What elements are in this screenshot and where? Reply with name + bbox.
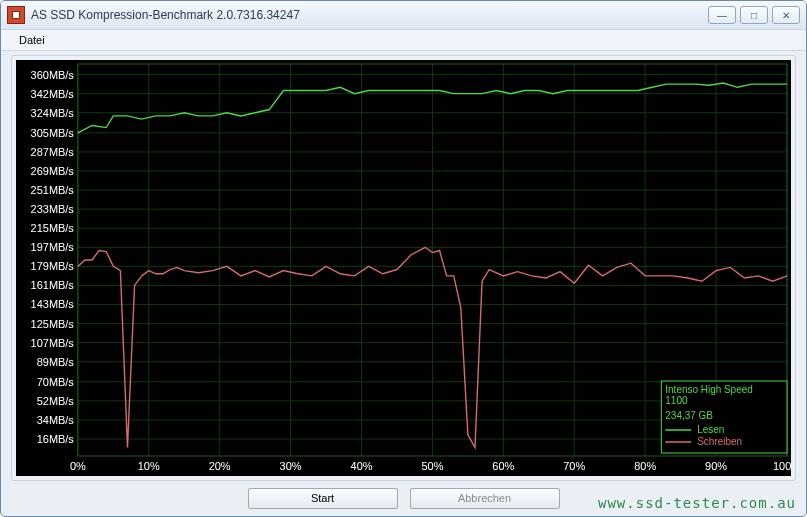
svg-text:305MB/s: 305MB/s xyxy=(31,127,75,139)
compression-chart: 16MB/s34MB/s52MB/s70MB/s89MB/s107MB/s125… xyxy=(16,60,791,476)
svg-text:34MB/s: 34MB/s xyxy=(37,414,75,426)
svg-text:0%: 0% xyxy=(70,460,86,472)
window-title: AS SSD Kompression-Benchmark 2.0.7316.34… xyxy=(31,8,708,22)
svg-text:324MB/s: 324MB/s xyxy=(31,107,75,119)
svg-text:Lesen: Lesen xyxy=(697,424,724,435)
menubar: Datei xyxy=(1,30,806,51)
svg-text:233MB/s: 233MB/s xyxy=(31,203,75,215)
svg-text:40%: 40% xyxy=(351,460,373,472)
svg-text:360MB/s: 360MB/s xyxy=(31,69,75,81)
svg-text:179MB/s: 179MB/s xyxy=(31,260,75,272)
window-controls: ― □ ✕ xyxy=(708,6,800,24)
chart-panel: 16MB/s34MB/s52MB/s70MB/s89MB/s107MB/s125… xyxy=(11,55,796,481)
svg-text:107MB/s: 107MB/s xyxy=(31,337,75,349)
svg-text:197MB/s: 197MB/s xyxy=(31,241,75,253)
svg-text:16MB/s: 16MB/s xyxy=(37,433,75,445)
svg-text:342MB/s: 342MB/s xyxy=(31,88,75,100)
svg-text:234,37 GB: 234,37 GB xyxy=(665,410,713,421)
svg-text:10%: 10% xyxy=(138,460,160,472)
svg-text:269MB/s: 269MB/s xyxy=(31,165,75,177)
svg-text:20%: 20% xyxy=(209,460,231,472)
svg-text:1100: 1100 xyxy=(665,395,688,406)
svg-text:125MB/s: 125MB/s xyxy=(31,318,75,330)
svg-text:80%: 80% xyxy=(634,460,656,472)
svg-text:52MB/s: 52MB/s xyxy=(37,395,75,407)
svg-text:30%: 30% xyxy=(280,460,302,472)
svg-text:89MB/s: 89MB/s xyxy=(37,356,75,368)
svg-text:215MB/s: 215MB/s xyxy=(31,222,75,234)
footer: Start Abbrechen xyxy=(1,485,806,511)
svg-text:100%: 100% xyxy=(773,460,791,472)
svg-text:70MB/s: 70MB/s xyxy=(37,376,75,388)
minimize-button[interactable]: ― xyxy=(708,6,736,24)
svg-text:143MB/s: 143MB/s xyxy=(31,298,75,310)
titlebar: AS SSD Kompression-Benchmark 2.0.7316.34… xyxy=(1,1,806,30)
start-button[interactable]: Start xyxy=(248,488,398,509)
svg-text:Schreiben: Schreiben xyxy=(697,436,742,447)
svg-text:70%: 70% xyxy=(563,460,585,472)
svg-text:60%: 60% xyxy=(492,460,514,472)
close-button[interactable]: ✕ xyxy=(772,6,800,24)
svg-text:251MB/s: 251MB/s xyxy=(31,184,75,196)
menu-file[interactable]: Datei xyxy=(11,32,53,48)
cancel-button: Abbrechen xyxy=(410,488,560,509)
svg-text:90%: 90% xyxy=(705,460,727,472)
svg-text:161MB/s: 161MB/s xyxy=(31,279,75,291)
svg-text:287MB/s: 287MB/s xyxy=(31,146,75,158)
svg-text:Intenso High Speed: Intenso High Speed xyxy=(665,384,752,395)
svg-text:50%: 50% xyxy=(421,460,443,472)
maximize-button[interactable]: □ xyxy=(740,6,768,24)
app-icon xyxy=(7,6,25,24)
app-window: AS SSD Kompression-Benchmark 2.0.7316.34… xyxy=(0,0,807,517)
